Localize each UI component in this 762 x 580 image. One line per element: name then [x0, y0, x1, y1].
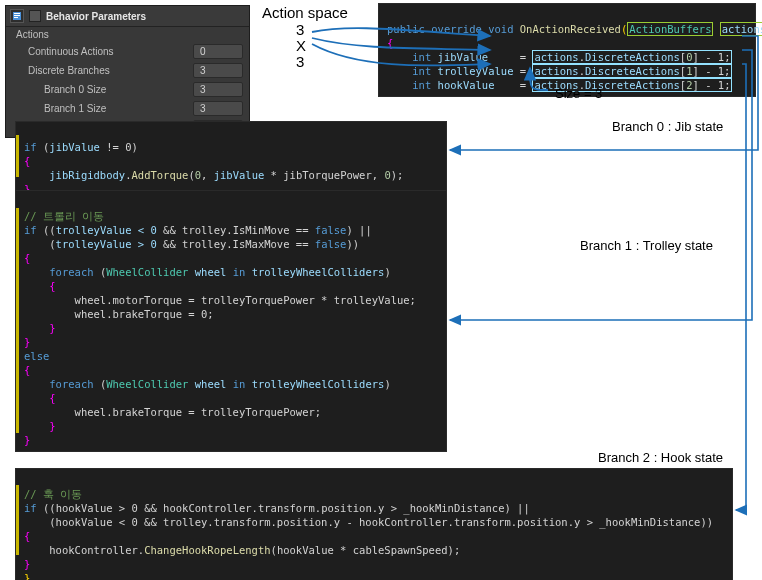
trolley-assign-box: actions.DiscreteActions[1] - 1; — [532, 64, 732, 78]
actions-label: Actions — [16, 29, 49, 40]
action-space-3a: 3 — [296, 21, 304, 38]
continuous-actions-label: Continuous Actions — [28, 46, 114, 57]
actionbuffers-box: ActionBuffers — [627, 22, 713, 36]
code-trolley-block: // 트롤리 이동 if ((trolleyValue < 0 && troll… — [15, 190, 447, 452]
component-toggle[interactable] — [29, 10, 41, 22]
discrete-branches-label: Discrete Branches — [28, 65, 110, 76]
branch0-label: Branch 0 Size — [44, 84, 106, 95]
actions-foldout[interactable]: Actions — [6, 27, 249, 42]
svg-rect-1 — [14, 13, 20, 14]
actions-arg-box: actions — [720, 22, 762, 36]
discrete-branches-field[interactable]: 3 — [193, 63, 243, 78]
branch2-label-anno: Branch 2 : Hook state — [598, 450, 723, 465]
inspector-title: Behavior Parameters — [46, 11, 146, 22]
branch0-label-anno: Branch 0 : Jib state — [612, 119, 723, 134]
code-jib-block: if (jibValue != 0) { jibRigidbody.AddTor… — [15, 121, 447, 201]
discrete-branches-row: Discrete Branches 3 — [6, 61, 249, 80]
branch0-field[interactable]: 3 — [193, 82, 243, 97]
branch0-row: Branch 0 Size 3 — [6, 80, 249, 99]
script-icon — [10, 9, 24, 23]
continuous-actions-row: Continuous Actions 0 — [6, 42, 249, 61]
continuous-actions-field[interactable]: 0 — [193, 44, 243, 59]
svg-rect-2 — [14, 15, 20, 16]
code-signature-block: public override void OnActionReceived(Ac… — [378, 3, 756, 97]
branch1-label: Branch 1 Size — [44, 103, 106, 114]
action-space-3b: 3 — [296, 53, 304, 70]
svg-rect-3 — [14, 17, 18, 18]
inspector-panel: Behavior Parameters Actions Continuous A… — [5, 5, 250, 138]
jib-assign-box: actions.DiscreteActions[0] - 1; — [532, 50, 732, 64]
branch1-field[interactable]: 3 — [193, 101, 243, 116]
branch1-row: Branch 1 Size 3 — [6, 99, 249, 118]
action-space-label: Action space — [262, 4, 348, 21]
size-eq3-label: Size = 3 — [555, 86, 602, 101]
inspector-header: Behavior Parameters — [6, 6, 249, 27]
action-space-x: X — [296, 37, 306, 54]
branch1-label-anno: Branch 1 : Trolley state — [580, 238, 713, 253]
code-hook-block: // 훅 이동 if ((hookValue > 0 && hookContro… — [15, 468, 733, 580]
